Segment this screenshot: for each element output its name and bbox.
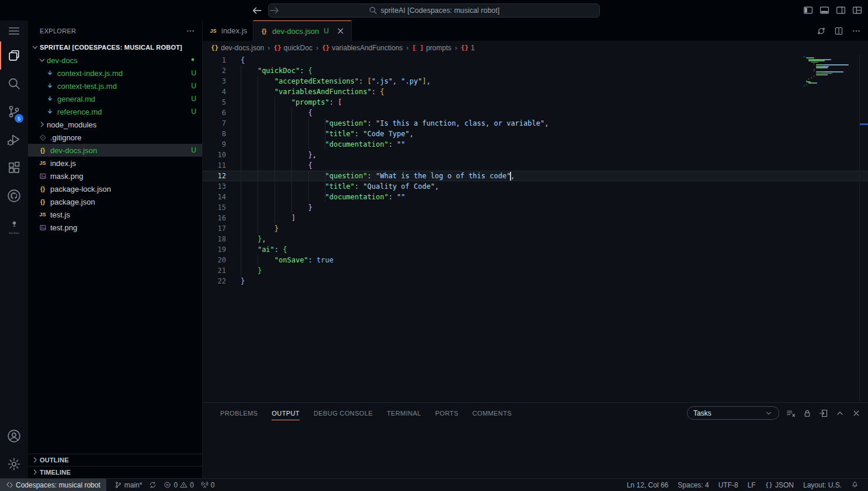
file-tree-item-test.png[interactable]: test.png bbox=[28, 221, 202, 234]
code-line-5[interactable]: 5 "prompts": [ bbox=[203, 97, 868, 108]
scroll-lock-icon[interactable] bbox=[803, 409, 812, 418]
panel-tab-ports[interactable]: PORTS bbox=[428, 403, 466, 423]
file-tree-item-dev-docs[interactable]: dev-docs bbox=[28, 54, 202, 67]
breadcrumb-item-prompts[interactable]: [ ]prompts bbox=[412, 44, 452, 52]
status-cursor-position[interactable]: Ln 12, Col 66 bbox=[622, 479, 673, 491]
more-actions-icon[interactable] bbox=[852, 26, 861, 36]
code-line-16[interactable]: 16 ] bbox=[203, 213, 868, 223]
file-tree-item-package.json[interactable]: {}package.json bbox=[28, 195, 202, 208]
back-icon[interactable] bbox=[251, 5, 263, 16]
activitybar-github[interactable] bbox=[0, 182, 28, 210]
code-line-3[interactable]: 3 "acceptedExtensions": [".js", ".py"], bbox=[203, 76, 868, 87]
activitybar-run-and-debug[interactable] bbox=[0, 126, 28, 154]
code-line-7[interactable]: 7 "question": "Is this a function, class… bbox=[203, 118, 868, 129]
customize-layout-icon[interactable] bbox=[852, 5, 862, 15]
file-tree-item-package-lock.json[interactable]: {}package-lock.json bbox=[28, 182, 202, 195]
file-tree-item-reference.md[interactable]: reference.mdU bbox=[28, 105, 202, 118]
branch-icon bbox=[114, 481, 122, 489]
file-tree-item-.gitignore[interactable]: .gitignore bbox=[28, 131, 202, 144]
status-problems[interactable]: 00 bbox=[160, 479, 197, 491]
activitybar-settings[interactable] bbox=[0, 450, 28, 478]
status-indentation[interactable]: Spaces: 4 bbox=[673, 479, 713, 491]
file-tree-item-general.md[interactable]: general.mdU bbox=[28, 92, 202, 105]
explorer-more-actions-icon[interactable] bbox=[186, 26, 195, 36]
breadcrumb-item-1[interactable]: {}1 bbox=[461, 44, 475, 52]
panel-tab-problems[interactable]: PROBLEMS bbox=[213, 403, 265, 423]
code-line-18[interactable]: 18 }, bbox=[203, 234, 868, 244]
sidebar-section-timeline[interactable]: TIMELINE bbox=[28, 466, 202, 478]
breadcrumb-item-dev-docs.json[interactable]: {}dev-docs.json bbox=[211, 44, 264, 52]
command-center-search[interactable]: spriteAI [Codespaces: musical robot] bbox=[268, 4, 600, 18]
status-remote-indicator[interactable]: Codespaces: musical robot bbox=[0, 479, 106, 491]
code-line-8[interactable]: 8 "title": "Code Type", bbox=[203, 129, 868, 139]
status-branch[interactable]: main* bbox=[111, 479, 146, 491]
code-line-4[interactable]: 4 "variablesAndFunctions": { bbox=[203, 87, 868, 97]
code-line-9[interactable]: 9 "documentation": "" bbox=[203, 139, 868, 150]
code-line-11[interactable]: 11 { bbox=[203, 160, 868, 171]
activitybar-explorer[interactable] bbox=[0, 42, 28, 70]
code-line-10[interactable]: 10 }, bbox=[203, 150, 868, 160]
code-line-17[interactable]: 17 } bbox=[203, 223, 868, 234]
breadcrumb-item-variablesAndFunctions[interactable]: {}variablesAndFunctions bbox=[322, 44, 403, 52]
code-line-20[interactable]: 20 "onSave": true bbox=[203, 255, 868, 265]
file-tree-item-index.js[interactable]: JSindex.js bbox=[28, 157, 202, 170]
code-line-2[interactable]: 2 "quickDoc": { bbox=[203, 65, 868, 76]
code-line-15[interactable]: 15 } bbox=[203, 202, 868, 213]
chevron-right-icon bbox=[30, 455, 40, 465]
maximize-panel-icon[interactable] bbox=[835, 409, 845, 418]
status-language-mode[interactable]: {}JSON bbox=[761, 479, 798, 491]
code-line-14[interactable]: 14 "documentation": "" bbox=[203, 192, 868, 202]
activitybar-menu[interactable] bbox=[0, 20, 28, 42]
toggle-panel-icon[interactable] bbox=[820, 5, 829, 15]
minimap[interactable] bbox=[804, 56, 859, 87]
code-line-13[interactable]: 13 "title": "Quality of Code", bbox=[203, 181, 868, 192]
sidebar-section-outline[interactable]: OUTLINE bbox=[28, 454, 202, 466]
open-output-in-editor-icon[interactable] bbox=[819, 409, 828, 418]
activitybar-search[interactable] bbox=[0, 70, 28, 98]
status-forwarded-ports[interactable]: 0 bbox=[197, 479, 218, 491]
file-tree-item-context-test.js.md[interactable]: context-test.js.mdU bbox=[28, 79, 202, 92]
activitybar-source-control[interactable]: 5 bbox=[0, 98, 28, 126]
panel-tab-debug-console[interactable]: DEBUG CONSOLE bbox=[307, 403, 380, 423]
close-panel-icon[interactable] bbox=[852, 409, 861, 418]
forward-icon[interactable] bbox=[269, 5, 280, 16]
split-editor-icon[interactable] bbox=[834, 26, 843, 36]
project-root-label: SPRITEAI [CODESPACES: MUSICAL ROBOT] bbox=[40, 44, 182, 51]
file-tree-item-node_modules[interactable]: node_modules bbox=[28, 118, 202, 131]
code-line-12[interactable]: 12 "question": "What is the log o of thi… bbox=[203, 171, 868, 181]
clear-output-icon[interactable] bbox=[786, 409, 796, 418]
panel-tab-comments[interactable]: COMMENTS bbox=[466, 403, 519, 423]
file-tree-item-dev-docs.json[interactable]: {}dev-docs.jsonU bbox=[28, 144, 202, 157]
status-eol[interactable]: LF bbox=[743, 479, 761, 491]
toggle-secondary-sidebar-icon[interactable] bbox=[836, 5, 846, 15]
status-notifications[interactable] bbox=[846, 479, 863, 491]
status-encoding[interactable]: UTF-8 bbox=[714, 479, 743, 491]
code-line-1[interactable]: 1{ bbox=[203, 55, 868, 65]
activitybar-accounts[interactable] bbox=[0, 422, 28, 450]
panel-tab-terminal[interactable]: TERMINAL bbox=[380, 403, 428, 423]
output-channel-select[interactable]: Tasks bbox=[687, 406, 779, 420]
editor-tab-dev-docs.json[interactable]: {}dev-docs.jsonU bbox=[254, 20, 352, 41]
panel-tab-output[interactable]: OUTPUT bbox=[265, 403, 307, 423]
file-tree-item-test.js[interactable]: JStest.js bbox=[28, 208, 202, 221]
breadcrumb-item-quickDoc[interactable]: {}quickDoc bbox=[273, 44, 313, 52]
close-icon[interactable] bbox=[336, 26, 345, 36]
activitybar-dev-docs-extension[interactable]: Dev-Docs bbox=[0, 210, 28, 238]
status-keyboard-layout[interactable]: Layout: U.S. bbox=[798, 479, 846, 491]
chevron-down-icon bbox=[37, 56, 47, 65]
activitybar-extensions[interactable] bbox=[0, 154, 28, 182]
editor-tab-index.js[interactable]: JSindex.js bbox=[203, 20, 254, 41]
symbol-icon: [ ] bbox=[412, 44, 424, 51]
code-line-6[interactable]: 6 { bbox=[203, 108, 868, 118]
code-line-19[interactable]: 19 "ai": { bbox=[203, 244, 868, 255]
code-editor[interactable]: 1{2 "quickDoc": {3 "acceptedExtensions":… bbox=[203, 54, 868, 402]
breadcrumb: {}dev-docs.json›{}quickDoc›{}variablesAn… bbox=[203, 41, 868, 54]
open-changes-icon[interactable] bbox=[817, 26, 826, 36]
toggle-primary-sidebar-icon[interactable] bbox=[803, 5, 813, 15]
status-sync[interactable] bbox=[145, 479, 160, 491]
file-tree-item-context-index.js.md[interactable]: context-index.js.mdU bbox=[28, 67, 202, 79]
code-line-21[interactable]: 21 } bbox=[203, 265, 868, 276]
code-line-22[interactable]: 22} bbox=[203, 276, 868, 286]
file-tree-item-mask.png[interactable]: mask.png bbox=[28, 170, 202, 182]
project-root-row[interactable]: SPRITEAI [CODESPACES: MUSICAL ROBOT] bbox=[28, 41, 202, 54]
